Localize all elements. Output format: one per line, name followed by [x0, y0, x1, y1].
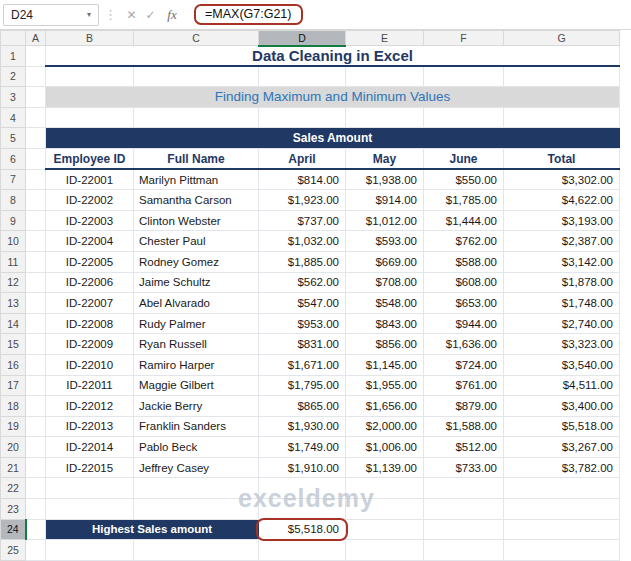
cell-G20[interactable]: $3,267.00	[504, 437, 620, 458]
cell-F12[interactable]: $608.00	[424, 272, 504, 293]
cell-D23[interactable]	[259, 499, 346, 520]
cell-A24[interactable]	[26, 519, 46, 540]
cell-E20[interactable]: $1,006.00	[346, 437, 424, 458]
cell-A10[interactable]	[26, 231, 46, 252]
cell-B11[interactable]: ID-22005	[46, 251, 134, 272]
cell-A13[interactable]	[26, 293, 46, 314]
cell-B2[interactable]	[46, 66, 134, 87]
row-header-21[interactable]: 21	[1, 457, 26, 478]
cell-B12[interactable]: ID-22006	[46, 272, 134, 293]
name-box[interactable]: D24 ▾	[3, 4, 99, 26]
cell-F10[interactable]: $762.00	[424, 231, 504, 252]
row-header-18[interactable]: 18	[1, 396, 26, 417]
cell-B18[interactable]: ID-22012	[46, 396, 134, 417]
cell-D8[interactable]: $1,923.00	[259, 190, 346, 211]
cell-F11[interactable]: $588.00	[424, 251, 504, 272]
cell-A16[interactable]	[26, 354, 46, 375]
cell-G21[interactable]: $3,782.00	[504, 457, 620, 478]
cell-E9[interactable]: $1,012.00	[346, 210, 424, 231]
cell-B17[interactable]: ID-22011	[46, 375, 134, 396]
cell-D13[interactable]: $547.00	[259, 293, 346, 314]
cell-G4[interactable]	[504, 107, 620, 128]
cell-E21[interactable]: $1,139.00	[346, 457, 424, 478]
row-header-10[interactable]: 10	[1, 231, 26, 252]
cell-G12[interactable]: $1,878.00	[504, 272, 620, 293]
cell-A4[interactable]	[26, 107, 46, 128]
sheet-subtitle[interactable]: Finding Maximum and Minimum Values	[46, 87, 620, 108]
cell-B4[interactable]	[46, 107, 134, 128]
cell-D15[interactable]: $831.00	[259, 334, 346, 355]
cell-B13[interactable]: ID-22007	[46, 293, 134, 314]
cell-B23[interactable]	[46, 499, 134, 520]
cell-F18[interactable]: $879.00	[424, 396, 504, 417]
cell-E11[interactable]: $669.00	[346, 251, 424, 272]
highest-sales-label[interactable]: Highest Sales amount	[46, 519, 259, 540]
cell-F24[interactable]	[424, 519, 504, 540]
cell-C14[interactable]: Rudy Palmer	[134, 313, 259, 334]
cell-E25[interactable]	[346, 540, 424, 561]
row-header-11[interactable]: 11	[1, 251, 26, 272]
cell-F4[interactable]	[424, 107, 504, 128]
cell-F16[interactable]: $724.00	[424, 354, 504, 375]
cell-B9[interactable]: ID-22003	[46, 210, 134, 231]
table-column-header-3[interactable]: May	[346, 148, 424, 169]
cell-D18[interactable]: $865.00	[259, 396, 346, 417]
cell-A3[interactable]	[26, 87, 46, 108]
cell-E10[interactable]: $593.00	[346, 231, 424, 252]
cell-B21[interactable]: ID-22015	[46, 457, 134, 478]
cell-A8[interactable]	[26, 190, 46, 211]
cell-A15[interactable]	[26, 334, 46, 355]
row-header-1[interactable]: 1	[1, 46, 26, 67]
cell-E17[interactable]: $1,955.00	[346, 375, 424, 396]
cell-B19[interactable]: ID-22013	[46, 416, 134, 437]
table-column-header-4[interactable]: June	[424, 148, 504, 169]
cell-C23[interactable]	[134, 499, 259, 520]
cell-A23[interactable]	[26, 499, 46, 520]
cell-D20[interactable]: $1,749.00	[259, 437, 346, 458]
cell-C4[interactable]	[134, 107, 259, 128]
cell-B7[interactable]: ID-22001	[46, 169, 134, 190]
table-column-header-1[interactable]: Full Name	[134, 148, 259, 169]
cell-G2[interactable]	[504, 66, 620, 87]
column-header-A[interactable]: A	[26, 31, 46, 46]
row-header-19[interactable]: 19	[1, 416, 26, 437]
cell-A6[interactable]	[26, 148, 46, 169]
cell-E15[interactable]: $856.00	[346, 334, 424, 355]
column-header-F[interactable]: F	[424, 31, 504, 46]
cell-G24[interactable]	[504, 519, 620, 540]
cell-E13[interactable]: $548.00	[346, 293, 424, 314]
cell-F2[interactable]	[424, 66, 504, 87]
sheet-title[interactable]: Data Cleaning in Excel	[46, 46, 620, 67]
cell-E7[interactable]: $1,938.00	[346, 169, 424, 190]
cell-A7[interactable]	[26, 169, 46, 190]
cell-B20[interactable]: ID-22014	[46, 437, 134, 458]
cell-C18[interactable]: Jackie Berry	[134, 396, 259, 417]
cell-F23[interactable]	[424, 499, 504, 520]
cell-A11[interactable]	[26, 251, 46, 272]
cell-C20[interactable]: Pablo Beck	[134, 437, 259, 458]
row-header-13[interactable]: 13	[1, 293, 26, 314]
row-header-17[interactable]: 17	[1, 375, 26, 396]
cell-E24[interactable]	[346, 519, 424, 540]
cell-F7[interactable]: $550.00	[424, 169, 504, 190]
cell-C19[interactable]: Franklin Sanders	[134, 416, 259, 437]
cell-B25[interactable]	[46, 540, 134, 561]
cell-D11[interactable]: $1,885.00	[259, 251, 346, 272]
cell-F8[interactable]: $1,785.00	[424, 190, 504, 211]
cell-B16[interactable]: ID-22010	[46, 354, 134, 375]
cell-C15[interactable]: Ryan Russell	[134, 334, 259, 355]
cell-F25[interactable]	[424, 540, 504, 561]
cell-D9[interactable]: $737.00	[259, 210, 346, 231]
cell-C25[interactable]	[134, 540, 259, 561]
cell-F17[interactable]: $761.00	[424, 375, 504, 396]
cell-D17[interactable]: $1,795.00	[259, 375, 346, 396]
cell-A22[interactable]	[26, 478, 46, 499]
cell-D4[interactable]	[259, 107, 346, 128]
cell-A21[interactable]	[26, 457, 46, 478]
cancel-button[interactable]: ✕	[122, 8, 141, 22]
cell-A19[interactable]	[26, 416, 46, 437]
row-header-22[interactable]: 22	[1, 478, 26, 499]
cell-A5[interactable]	[26, 128, 46, 149]
cell-D19[interactable]: $1,930.00	[259, 416, 346, 437]
row-header-8[interactable]: 8	[1, 190, 26, 211]
